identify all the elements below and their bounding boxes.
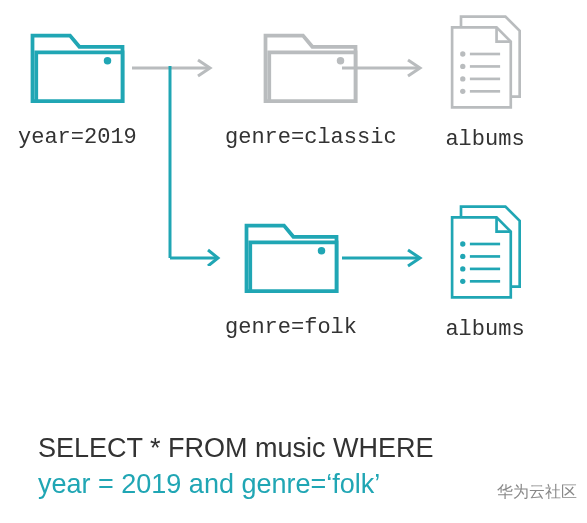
albums-classic-label: albums [445, 127, 524, 152]
root-label: year=2019 [18, 125, 137, 150]
classic-node: genre=classic [225, 28, 397, 150]
svg-point-18 [460, 266, 465, 271]
connector-icon [160, 66, 230, 266]
query-line-2: year = 2019 and genre=‘folk’ [38, 466, 434, 502]
svg-point-1 [104, 57, 112, 65]
svg-point-20 [460, 279, 465, 284]
document-stack-icon [445, 202, 525, 302]
folder-icon [244, 218, 339, 293]
albums-folk-node: albums [445, 202, 525, 342]
query-line-1: SELECT * FROM music WHERE [38, 430, 434, 466]
svg-point-16 [460, 254, 465, 259]
svg-point-4 [460, 51, 465, 56]
svg-point-14 [460, 241, 465, 246]
root-node: year=2019 [18, 28, 137, 150]
folk-node: genre=folk [225, 218, 357, 340]
albums-classic-node: albums [445, 12, 525, 152]
folder-icon [30, 28, 125, 103]
document-stack-icon [445, 12, 525, 112]
svg-point-13 [317, 247, 325, 255]
partition-diagram: year=2019 genre=classic albums [0, 0, 587, 380]
sql-query: SELECT * FROM music WHERE year = 2019 an… [38, 430, 434, 503]
svg-point-8 [460, 76, 465, 81]
watermark: 华为云社区 [497, 482, 577, 503]
arrow-icon [340, 248, 430, 268]
arrow-icon [340, 58, 430, 78]
svg-point-6 [460, 64, 465, 69]
svg-point-10 [460, 89, 465, 94]
albums-folk-label: albums [445, 317, 524, 342]
classic-label: genre=classic [225, 125, 397, 150]
folk-label: genre=folk [225, 315, 357, 340]
